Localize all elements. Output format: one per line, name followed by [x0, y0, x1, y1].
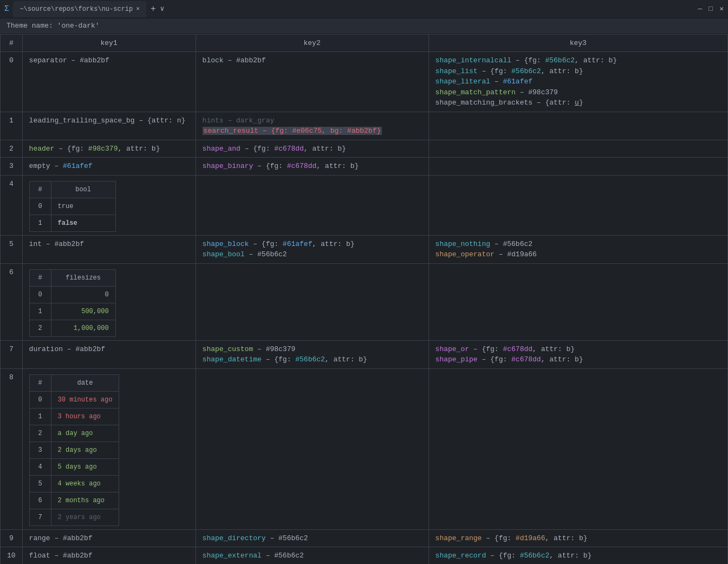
inner-row-val: a day ago — [51, 425, 119, 442]
inner-row-val: 4 weeks ago — [51, 475, 119, 492]
inner-col-header-bool: bool — [51, 181, 115, 198]
inner-row-val: 0 — [51, 286, 115, 303]
inner-col-header-index: # — [29, 181, 51, 198]
row-col3 — [428, 175, 727, 235]
row-index: 4 — [1, 175, 23, 235]
row-index: 2 — [1, 140, 23, 158]
tab-menu-icon[interactable]: ∨ — [160, 4, 164, 15]
table-row: 7 duration – #abb2bf shape_custom – #98c… — [1, 340, 728, 368]
row-col2: shape_directory – #56b6c2 — [196, 529, 428, 547]
row-col3: shape_nothing – #56b6c2 shape_operator –… — [428, 235, 727, 263]
theme-name-bar: Theme name: 'one-dark' — [0, 18, 728, 34]
row-col2: shape_external – #56b6c2 — [196, 547, 428, 565]
row-index: 7 — [1, 340, 23, 368]
maximize-button[interactable]: □ — [708, 4, 713, 15]
row-col3: shape_or – {fg: #c678dd, attr: b} shape_… — [428, 340, 727, 368]
table-row: 3 empty – #61afef shape_binary – {fg: #c… — [1, 158, 728, 176]
row-col2: shape_binary – {fg: #c678dd, attr: b} — [196, 158, 428, 176]
row-col2 — [196, 263, 428, 340]
row-index: 10 — [1, 547, 23, 565]
inner-table-date: # date 0 30 minutes ago 1 3 hours — [29, 374, 120, 526]
col-header-index: # — [1, 34, 23, 52]
list-item: 2 a day ago — [29, 425, 119, 442]
list-item: 6 2 months ago — [29, 492, 119, 509]
tab-close-icon[interactable]: ✕ — [136, 4, 140, 14]
row-col2: hints – dark_gray search_result – {fg: #… — [196, 112, 428, 140]
row-index: 0 — [1, 52, 23, 112]
close-button[interactable]: ✕ — [719, 4, 724, 15]
main-content[interactable]: # key1 key2 key3 0 separator – #abb2bf b… — [0, 34, 728, 565]
inner-table-filesizes: # filesizes 0 0 1 500,000 — [29, 269, 116, 337]
table-row: 4 # bool 0 true — [1, 175, 728, 235]
list-item: 0 0 — [29, 286, 115, 303]
row-col1: # bool 0 true 1 false — [22, 175, 196, 235]
minimize-button[interactable]: — — [698, 4, 703, 15]
row-col1: header – {fg: #98c379, attr: b} — [22, 140, 196, 158]
row-index: 6 — [1, 263, 23, 340]
table-row: 0 separator – #abb2bf block – #abb2bf sh… — [1, 52, 728, 112]
inner-row-index: 3 — [29, 442, 51, 458]
inner-col-header-index: # — [29, 374, 51, 391]
row-index: 5 — [1, 235, 23, 263]
row-col3 — [428, 158, 727, 176]
list-item: 5 4 weeks ago — [29, 475, 119, 492]
list-item: 7 2 years ago — [29, 509, 119, 526]
inner-row-index: 2 — [29, 425, 51, 442]
title-bar: Σ ~\source\repos\forks\nu-scrip ✕ + ∨ — … — [0, 0, 728, 18]
row-col1: # filesizes 0 0 1 500,000 — [22, 263, 196, 340]
active-tab[interactable]: ~\source\repos\forks\nu-scrip ✕ — [13, 1, 146, 17]
inner-col-header-filesizes: filesizes — [51, 269, 115, 286]
row-col2 — [196, 175, 428, 235]
row-col3: shape_record – {fg: #56b6c2, attr: b} — [428, 547, 727, 565]
inner-row-index: 7 — [29, 509, 51, 526]
row-col1: int – #abb2bf — [22, 235, 196, 263]
row-col2: shape_and – {fg: #c678dd, attr: b} — [196, 140, 428, 158]
row-col3 — [428, 263, 727, 340]
inner-row-val: true — [51, 198, 115, 215]
table-row: 10 float – #abb2bf shape_external – #56b… — [1, 547, 728, 565]
row-col1: range – #abb2bf — [22, 529, 196, 547]
col-header-key2: key2 — [196, 34, 428, 52]
list-item: 1 3 hours ago — [29, 408, 119, 425]
row-index: 8 — [1, 368, 23, 529]
row-col1: empty – #61afef — [22, 158, 196, 176]
inner-table-bool: # bool 0 true 1 false — [29, 181, 116, 232]
row-col3 — [428, 368, 727, 529]
inner-row-val: false — [51, 215, 115, 231]
row-col3: shape_internalcall – {fg: #56b6c2, attr:… — [428, 52, 727, 112]
inner-row-index: 0 — [29, 391, 51, 408]
col-header-key1: key1 — [22, 34, 196, 52]
inner-row-index: 0 — [29, 198, 51, 215]
inner-row-index: 1 — [29, 215, 51, 231]
app-icon: Σ — [4, 3, 9, 15]
theme-name-text: Theme name: 'one-dark' — [6, 22, 100, 30]
row-index: 9 — [1, 529, 23, 547]
data-table: # key1 key2 key3 0 separator – #abb2bf b… — [0, 34, 728, 565]
list-item: 1 false — [29, 215, 115, 231]
list-item: 0 true — [29, 198, 115, 215]
row-col2: block – #abb2bf — [196, 52, 428, 112]
table-row: 6 # filesizes 0 0 — [1, 263, 728, 340]
inner-row-index: 4 — [29, 458, 51, 475]
row-col1: float – #abb2bf — [22, 547, 196, 565]
row-col2 — [196, 368, 428, 529]
list-item: 2 1,000,000 — [29, 320, 115, 336]
inner-row-val: 3 hours ago — [51, 408, 119, 425]
inner-row-index: 5 — [29, 475, 51, 492]
inner-row-val: 500,000 — [51, 303, 115, 320]
table-row: 1 leading_trailing_space_bg – {attr: n} … — [1, 112, 728, 140]
row-col2: shape_block – {fg: #61afef, attr: b} sha… — [196, 235, 428, 263]
list-item: 4 5 days ago — [29, 458, 119, 475]
new-tab-icon[interactable]: + — [151, 3, 156, 16]
row-col1: leading_trailing_space_bg – {attr: n} — [22, 112, 196, 140]
row-col1: # date 0 30 minutes ago 1 3 hours — [22, 368, 196, 529]
row-index: 1 — [1, 112, 23, 140]
inner-row-val: 2 months ago — [51, 492, 119, 509]
inner-row-val: 2 days ago — [51, 442, 119, 458]
table-row: 8 # date 0 30 minutes ago — [1, 368, 728, 529]
row-col1: duration – #abb2bf — [22, 340, 196, 368]
row-col3: shape_range – {fg: #d19a66, attr: b} — [428, 529, 727, 547]
inner-row-index: 6 — [29, 492, 51, 509]
list-item: 0 30 minutes ago — [29, 391, 119, 408]
row-col2: shape_custom – #98c379 shape_datetime – … — [196, 340, 428, 368]
